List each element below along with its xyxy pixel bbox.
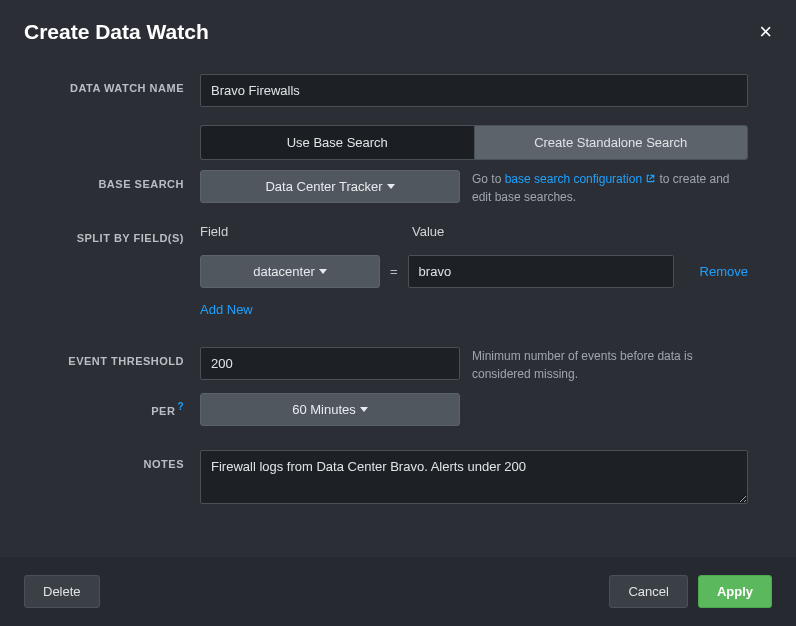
modal-header: Create Data Watch × bbox=[0, 0, 796, 64]
row-name: DATA WATCH NAME bbox=[0, 74, 796, 107]
modal-footer: Delete Cancel Apply bbox=[0, 557, 796, 626]
split-field-head: Field bbox=[200, 224, 380, 239]
base-search-hint: Go to base search configuration to creat… bbox=[472, 170, 748, 206]
apply-button[interactable]: Apply bbox=[698, 575, 772, 608]
add-new-link[interactable]: Add New bbox=[200, 302, 253, 317]
delete-button[interactable]: Delete bbox=[24, 575, 100, 608]
notes-textarea[interactable] bbox=[200, 450, 748, 504]
external-link-icon bbox=[645, 173, 656, 184]
cancel-button[interactable]: Cancel bbox=[609, 575, 687, 608]
chevron-down-icon bbox=[319, 269, 327, 274]
threshold-label: EVENT THRESHOLD bbox=[0, 347, 200, 367]
row-threshold: EVENT THRESHOLD Minimum number of events… bbox=[0, 347, 796, 383]
split-row: datacenter = Remove bbox=[200, 255, 748, 288]
modal-title: Create Data Watch bbox=[24, 20, 209, 44]
per-dropdown[interactable]: 60 Minutes bbox=[200, 393, 460, 426]
base-search-dropdown[interactable]: Data Center Tracker bbox=[200, 170, 460, 203]
equals-sign: = bbox=[388, 264, 400, 279]
help-icon[interactable]: ? bbox=[177, 401, 184, 412]
base-search-config-link[interactable]: base search configuration bbox=[505, 172, 656, 186]
row-search-mode: Use Base Search Create Standalone Search bbox=[0, 125, 796, 160]
split-label: SPLIT BY FIELD(S) bbox=[0, 224, 200, 244]
row-per: PER? 60 Minutes bbox=[0, 393, 796, 426]
remove-link[interactable]: Remove bbox=[700, 264, 748, 279]
split-value-head: Value bbox=[412, 224, 444, 239]
tab-create-standalone-search[interactable]: Create Standalone Search bbox=[474, 125, 749, 160]
base-search-value: Data Center Tracker bbox=[265, 179, 382, 194]
base-search-label: BASE SEARCH bbox=[0, 170, 200, 190]
row-notes: NOTES bbox=[0, 450, 796, 507]
chevron-down-icon bbox=[360, 407, 368, 412]
notes-label: NOTES bbox=[0, 450, 200, 470]
threshold-input[interactable] bbox=[200, 347, 460, 380]
threshold-hint: Minimum number of events before data is … bbox=[472, 347, 748, 383]
name-label: DATA WATCH NAME bbox=[0, 74, 200, 94]
row-split: SPLIT BY FIELD(S) Field Value datacenter… bbox=[0, 224, 796, 317]
search-mode-toggle: Use Base Search Create Standalone Search bbox=[200, 125, 748, 160]
per-label: PER? bbox=[0, 393, 200, 417]
per-value: 60 Minutes bbox=[292, 402, 356, 417]
chevron-down-icon bbox=[387, 184, 395, 189]
close-icon[interactable]: × bbox=[759, 21, 772, 43]
name-input[interactable] bbox=[200, 74, 748, 107]
tab-use-base-search[interactable]: Use Base Search bbox=[200, 125, 474, 160]
split-value-input[interactable] bbox=[408, 255, 674, 288]
split-field-value: datacenter bbox=[253, 264, 314, 279]
split-field-dropdown[interactable]: datacenter bbox=[200, 255, 380, 288]
modal-body: DATA WATCH NAME Use Base Search Create S… bbox=[0, 64, 796, 557]
row-base-search: BASE SEARCH Data Center Tracker Go to ba… bbox=[0, 170, 796, 206]
